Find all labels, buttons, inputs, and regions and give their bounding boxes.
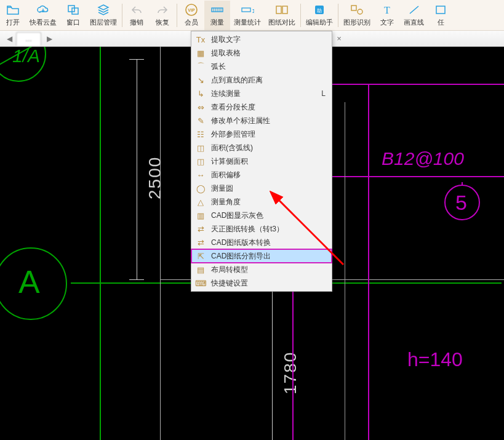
toolbar-cloud[interactable]: 快看云盘 (26, 1, 60, 30)
main-toolbar: 打开 快看云盘 窗口 图层管理 撤销 恢复 VIP 会员 测量 Σ 测量统计 图… (0, 0, 504, 31)
document-tab[interactable]: … (16, 32, 41, 46)
toolbar-label: 编辑助手 (306, 18, 333, 27)
dim2500-line (137, 59, 137, 279)
svg-point-12 (358, 9, 362, 14)
dropdown-item-icon: ◯ (195, 183, 206, 193)
toolbar-label: 测量 (210, 18, 224, 27)
toolbar-label: 图纸对比 (268, 18, 295, 27)
dropdown-item-14[interactable]: ⇄天正图纸转换（转t3） (191, 222, 332, 236)
bubble-1a-text: 1/A (12, 46, 40, 66)
svg-rect-8 (282, 6, 287, 14)
dropdown-item-16[interactable]: ⇱CAD图纸分割导出 (191, 249, 332, 263)
svg-text:Σ: Σ (252, 8, 254, 14)
dim1780-line (272, 290, 273, 440)
toolbar-vip[interactable]: VIP 会员 (178, 1, 204, 30)
dropdown-item-icon: ▤ (195, 265, 206, 274)
dropdown-item-icon: ↳ (195, 89, 206, 98)
compare-icon (275, 3, 289, 17)
toolbar-shape-recog[interactable]: 图形识别 (340, 1, 374, 30)
tab-label: … (25, 35, 32, 42)
toolbar-window[interactable]: 窗口 (60, 1, 86, 30)
bubble-a-text: A (18, 263, 40, 300)
toolbar-label: 快看云盘 (30, 18, 57, 27)
dropdown-item-15[interactable]: ⇄CAD图纸版本转换 (191, 236, 332, 249)
dropdown-item-icon: ⇄ (195, 238, 206, 247)
svg-line-14 (410, 6, 418, 14)
toolbar-measure[interactable]: 测量 (204, 1, 230, 30)
dropdown-item-0[interactable]: Tx提取文字 (191, 33, 332, 46)
dropdown-item-18[interactable]: ⌨快捷键设置 (191, 276, 332, 290)
toolbar-compare[interactable]: 图纸对比 (265, 1, 299, 30)
dropdown-item-10[interactable]: ↔面积偏移 (191, 168, 332, 182)
dropdown-item-5[interactable]: ⇔查看分段长度 (191, 100, 332, 114)
layers-icon (97, 3, 110, 17)
measure-icon (210, 3, 224, 17)
dropdown-item-label: 计算侧面积 (211, 156, 248, 167)
dropdown-item-8[interactable]: ◫面积(含弧线) (191, 141, 332, 154)
dropdown-item-17[interactable]: ▤布局转模型 (191, 263, 332, 276)
toolbar-more[interactable]: 任 (428, 1, 454, 30)
dropdown-item-4[interactable]: ↳连续测量L (191, 87, 332, 100)
toolbar-label: 任 (438, 18, 444, 27)
dropdown-item-icon: ▦ (195, 48, 206, 58)
vip-icon: VIP (185, 3, 198, 17)
toolbar-redo[interactable]: 恢复 (150, 1, 175, 30)
dropdown-item-label: 布局转模型 (211, 265, 248, 275)
dim1780-text: 1780 (281, 351, 300, 394)
toolbar-text[interactable]: T 文字 (374, 1, 400, 30)
grey-line-v (345, 102, 345, 440)
bubble-5-text: 5 (455, 191, 467, 215)
tab-close[interactable]: × (332, 34, 346, 43)
svg-rect-0 (68, 6, 74, 12)
tab-next[interactable]: ▶ (42, 34, 56, 43)
toolbar-label: 打开 (6, 18, 20, 27)
dropdown-item-label: 弧长 (211, 62, 226, 72)
dropdown-item-icon: ▥ (195, 210, 206, 220)
cloud-icon (36, 3, 50, 17)
dropdown-item-1[interactable]: ▦提取表格 (191, 46, 332, 60)
dropdown-item-label: CAD图纸分割导出 (211, 251, 271, 262)
dim2500-tick-bot (129, 279, 144, 280)
green-line-vertical (100, 47, 101, 440)
toolbar-undo[interactable]: 撤销 (124, 1, 150, 30)
toolbar-open[interactable]: 打开 (0, 1, 26, 30)
dropdown-item-12[interactable]: △测量角度 (191, 195, 332, 209)
rebar-text: B12@100 (382, 148, 464, 169)
dropdown-item-icon: ◫ (195, 156, 206, 166)
toolbar-measure-stats[interactable]: Σ 测量统计 (230, 1, 265, 30)
dropdown-item-3[interactable]: ↘点到直线的距离 (191, 73, 332, 87)
grid-bubble-a (0, 244, 80, 330)
toolbar-label: 撤销 (130, 18, 143, 27)
toolbar-label: 会员 (185, 18, 198, 27)
svg-rect-1 (72, 8, 78, 14)
toolbar-separator (122, 4, 122, 27)
dropdown-item-icon: ⌒ (195, 62, 206, 71)
dropdown-item-icon: ⌨ (195, 278, 206, 288)
dropdown-item-9[interactable]: ◫计算侧面积 (191, 154, 332, 168)
measure-dropdown: Tx提取文字▦提取表格⌒弧长↘点到直线的距离↳连续测量L⇔查看分段长度✎修改单个… (191, 31, 332, 292)
dropdown-item-label: 天正图纸转换（转t3） (211, 224, 284, 234)
dim2500-tick-top (129, 59, 144, 60)
dropdown-item-label: 面积偏移 (211, 170, 241, 180)
dropdown-item-7[interactable]: ☷外部参照管理 (191, 127, 332, 141)
dropdown-item-11[interactable]: ◯测量圆 (191, 182, 332, 195)
dropdown-item-icon: △ (195, 197, 206, 207)
dropdown-item-icon: ◫ (195, 143, 206, 153)
dim2500-text: 2500 (145, 156, 165, 199)
dropdown-item-13[interactable]: ▥CAD图显示灰色 (191, 209, 332, 222)
toolbar-label: 图形识别 (343, 18, 370, 27)
dropdown-item-icon: ↔ (195, 170, 206, 180)
redo-icon (156, 3, 169, 17)
dropdown-item-label: 测量圆 (211, 183, 233, 194)
dropdown-item-2[interactable]: ⌒弧长 (191, 60, 332, 73)
toolbar-edit-helper[interactable]: 助 编辑助手 (302, 1, 337, 30)
edit-helper-icon: 助 (313, 3, 326, 17)
dropdown-item-label: 提取文字 (211, 34, 241, 45)
toolbar-layermgr[interactable]: 图层管理 (86, 1, 121, 30)
svg-rect-11 (351, 6, 356, 10)
dropdown-item-icon: Tx (195, 34, 206, 44)
folder-open-icon (6, 3, 20, 17)
tab-prev[interactable]: ◀ (2, 34, 16, 43)
toolbar-drawline[interactable]: 画直线 (400, 1, 428, 30)
dropdown-item-6[interactable]: ✎修改单个标注属性 (191, 114, 332, 127)
